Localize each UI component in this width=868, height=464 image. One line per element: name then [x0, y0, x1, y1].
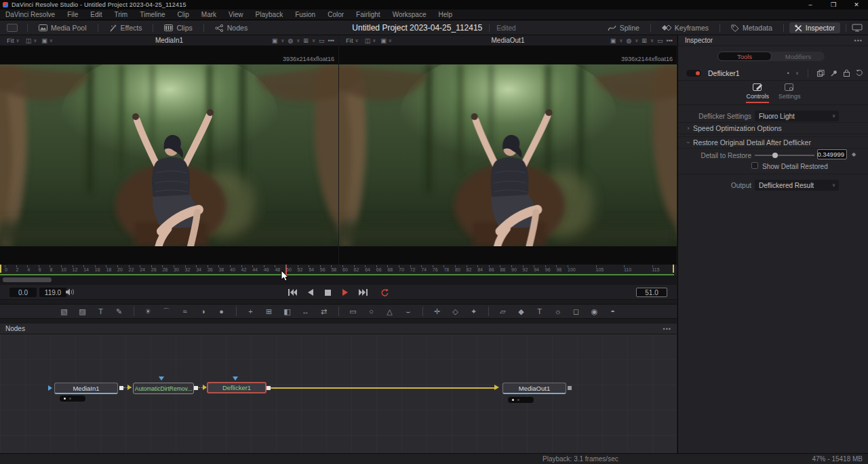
- node-media-in[interactable]: MediaIn1: [54, 383, 118, 394]
- text-tool-icon[interactable]: T: [95, 306, 107, 317]
- menu-item-fusion[interactable]: Fusion: [289, 11, 321, 18]
- color-curves-tool-icon[interactable]: ⌒: [161, 306, 173, 317]
- tab-settings[interactable]: Settings: [778, 83, 801, 102]
- menu-item-davinci-resolve[interactable]: DaVinci Resolve: [5, 11, 61, 18]
- color-corrector-tool-icon[interactable]: ☀: [142, 306, 155, 317]
- text-3d-tool-icon[interactable]: T: [534, 306, 546, 317]
- guides-grid-icon[interactable]: ⊞: [303, 37, 309, 44]
- version-icon[interactable]: ▪: [787, 70, 789, 76]
- render-range-start-marker[interactable]: [0, 265, 1, 273]
- detail-to-restore-value[interactable]: 0.349999: [817, 149, 847, 159]
- bspline-mask-tool-icon[interactable]: ⌣: [402, 306, 414, 317]
- node-dirt-removal[interactable]: AutomaticDirtRemov...: [133, 383, 194, 394]
- resize-tool-icon[interactable]: ↔: [300, 306, 312, 317]
- menu-item-view[interactable]: View: [222, 11, 250, 18]
- play-button[interactable]: [340, 288, 350, 297]
- menu-item-playback[interactable]: Playback: [250, 11, 290, 18]
- deflicker-settings-dropdown[interactable]: Fluoro Light ∨: [755, 111, 839, 121]
- node-output-square[interactable]: [119, 386, 123, 390]
- image-plane-3d-tool-icon[interactable]: ▱: [497, 306, 509, 317]
- nodes-button[interactable]: Nodes: [210, 22, 253, 33]
- menu-item-timeline[interactable]: Timeline: [134, 11, 171, 18]
- expand-viewer-icon[interactable]: ▭: [657, 37, 663, 44]
- go-to-end-button[interactable]: [358, 288, 368, 297]
- node-graph[interactable]: MediaIn1 AutomaticDirtRemov... Deflicker…: [0, 334, 677, 453]
- expand-viewer-icon[interactable]: ▭: [319, 37, 325, 44]
- loop-tool-icon[interactable]: ⇄: [318, 306, 330, 317]
- timeline-scrollbar[interactable]: [3, 277, 52, 282]
- planar-tracker-tool-icon[interactable]: ◇: [450, 306, 462, 317]
- render-range-end-marker[interactable]: [673, 265, 674, 273]
- section-speed-optimization[interactable]: › Speed Optimization Options: [678, 122, 868, 134]
- lock-icon[interactable]: [844, 69, 850, 77]
- pin-icon[interactable]: [831, 70, 837, 77]
- paint-tool-icon[interactable]: ✎: [113, 306, 125, 317]
- light-3d-tool-icon[interactable]: ☼: [552, 306, 564, 317]
- play-reverse-button[interactable]: [305, 288, 315, 297]
- fast-noise-tool-icon[interactable]: ▨: [77, 306, 89, 317]
- guides-grid-icon[interactable]: ⊞: [642, 37, 647, 44]
- node-output-square[interactable]: [194, 386, 198, 390]
- section-restore-detail[interactable]: › Restore Original Detail After Deflicke…: [678, 136, 868, 149]
- effects-button[interactable]: Effects: [104, 22, 148, 33]
- nodes-panel-options-dots[interactable]: •••: [663, 326, 671, 332]
- node-enable-toggle[interactable]: [686, 70, 701, 77]
- media-pool-button[interactable]: Media Pool: [33, 22, 92, 33]
- node-deflicker[interactable]: Deflicker1: [207, 382, 267, 393]
- copy-settings-icon[interactable]: [817, 70, 825, 77]
- camera-tracker-tool-icon[interactable]: ✦: [468, 306, 480, 317]
- renderer-3d-tool-icon[interactable]: ◓: [607, 306, 619, 317]
- node-thumbnail-toggle[interactable]: [60, 395, 85, 402]
- tab-controls[interactable]: Controls: [746, 83, 769, 103]
- close-button[interactable]: ✕: [845, 0, 868, 9]
- background-tool-icon[interactable]: ▧: [58, 306, 71, 317]
- menu-item-color[interactable]: Color: [321, 11, 350, 18]
- reset-icon[interactable]: [856, 69, 863, 77]
- slider-thumb[interactable]: [772, 153, 778, 158]
- node-mask-input-triangle-icon[interactable]: [233, 376, 238, 381]
- roi-icon[interactable]: ▣: [272, 37, 278, 44]
- connection-deflicker-mediaout[interactable]: [271, 387, 494, 389]
- menu-item-workspace[interactable]: Workspace: [387, 11, 433, 18]
- viewer-options-dots[interactable]: •••: [328, 37, 334, 44]
- keyframes-button[interactable]: Keyframes: [656, 22, 714, 33]
- spline-button[interactable]: Spline: [602, 22, 645, 33]
- transform-tool-icon[interactable]: +: [245, 306, 257, 317]
- menu-item-fairlight[interactable]: Fairlight: [350, 11, 387, 18]
- menu-item-file[interactable]: File: [61, 11, 84, 18]
- node-input-triangle-icon[interactable]: [48, 385, 52, 391]
- stop-button[interactable]: [323, 288, 332, 297]
- show-detail-restored-checkbox[interactable]: [751, 162, 758, 169]
- tracker-tool-icon[interactable]: ✛: [431, 306, 443, 317]
- lut-icon[interactable]: ◍: [288, 37, 293, 44]
- rectangle-mask-tool-icon[interactable]: ▭: [347, 306, 359, 317]
- tab-tools[interactable]: Tools: [717, 52, 772, 61]
- node-media-out[interactable]: MediaOut1: [502, 383, 566, 394]
- detail-to-restore-slider[interactable]: [755, 155, 814, 156]
- menu-item-clip[interactable]: Clip: [172, 11, 195, 18]
- lut-icon[interactable]: ◍: [626, 37, 631, 44]
- viewer-options-dots[interactable]: •••: [667, 37, 673, 44]
- ellipse-mask-tool-icon[interactable]: ○: [366, 306, 378, 317]
- polygon-mask-tool-icon[interactable]: △: [384, 306, 396, 317]
- blur-tool-icon[interactable]: ●: [216, 306, 228, 317]
- inspector-options-dots[interactable]: •••: [854, 37, 863, 44]
- menu-item-mark[interactable]: Mark: [195, 11, 222, 18]
- cube-3d-tool-icon[interactable]: ◻: [570, 306, 583, 317]
- inspector-button[interactable]: Inspector: [789, 22, 840, 33]
- roi-icon[interactable]: ▣: [610, 37, 616, 44]
- go-to-start-button[interactable]: [288, 288, 297, 297]
- node-output-square[interactable]: [267, 386, 271, 390]
- clips-button[interactable]: Clips: [159, 22, 197, 33]
- ui-layout-toggle[interactable]: [7, 24, 18, 32]
- loop-button[interactable]: [380, 288, 389, 297]
- menu-item-edit[interactable]: Edit: [84, 11, 108, 18]
- menu-item-help[interactable]: Help: [432, 11, 458, 18]
- maximize-button[interactable]: ❒: [822, 0, 845, 9]
- node-thumbnail-toggle[interactable]: [508, 397, 534, 403]
- timeline-ruler[interactable]: 0246810121416182022242628303234363840424…: [0, 265, 677, 275]
- brightness-contrast-tool-icon[interactable]: ◑: [197, 306, 210, 317]
- tab-modifiers[interactable]: Modifiers: [772, 52, 825, 61]
- hue-curves-tool-icon[interactable]: ≈: [179, 306, 191, 317]
- dual-screen-icon[interactable]: [852, 24, 863, 32]
